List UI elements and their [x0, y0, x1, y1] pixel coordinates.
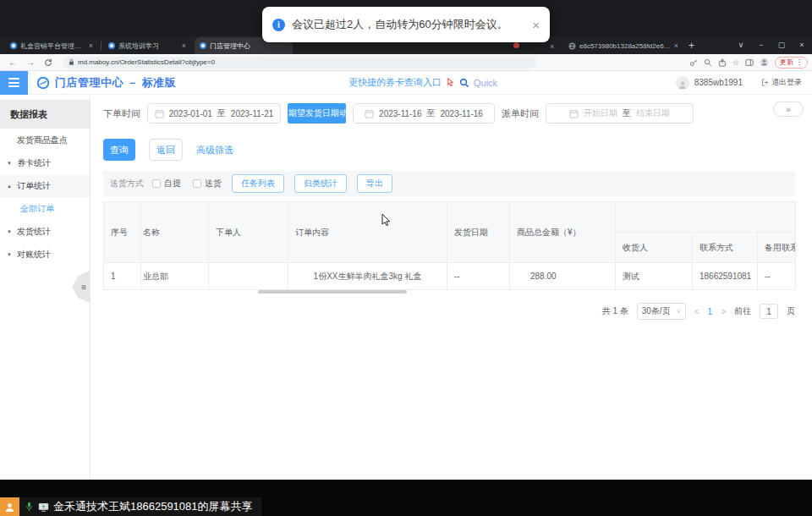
end-date-placeholder: 结束日期	[636, 107, 670, 119]
share-icon[interactable]	[718, 58, 727, 67]
hamburger-menu-button[interactable]	[0, 71, 28, 95]
tab-close-icon[interactable]: ×	[182, 41, 186, 50]
reload-icon[interactable]	[44, 58, 52, 67]
key-icon[interactable]	[689, 58, 698, 67]
column-header-content: 订单内容	[288, 202, 447, 263]
coupon-query-link[interactable]: 更快捷的券卡查询入口	[348, 76, 442, 89]
site-favicon	[10, 42, 17, 49]
range-separator: 至	[217, 107, 226, 119]
pickup-checkbox[interactable]	[152, 179, 161, 188]
bookmark-star-icon[interactable]: ☆	[732, 58, 739, 67]
column-header-group	[616, 202, 796, 233]
sidebar-section-title: 数据报表	[0, 100, 90, 129]
page-viewport: 门店管理中心 － 标准版 更快捷的券卡查询入口 Quick 8385wb1991…	[0, 71, 812, 480]
close-window-button[interactable]: ×	[792, 36, 812, 54]
current-page[interactable]: 1	[708, 307, 713, 316]
quick-search-icon[interactable]	[459, 78, 469, 88]
column-header-contact: 联系方式	[693, 233, 758, 263]
dispatch-date-range-input[interactable]: 开始日期 至 结束日期	[546, 103, 694, 124]
sidebar-item-inventory[interactable]: 发货商品盘点	[0, 129, 90, 151]
chevron-down-icon: ∨	[677, 308, 681, 315]
page-size-select[interactable]: 30条/页 ∨	[637, 303, 686, 320]
back-button[interactable]: 返回	[149, 139, 183, 161]
sidebar-collapse-handle[interactable]: ≡	[72, 271, 90, 303]
calendar-icon	[365, 109, 374, 118]
prev-page-button[interactable]: <	[694, 307, 700, 316]
share-status: 金禾通技术王斌18662591081的屏幕共享	[19, 497, 261, 516]
range-separator: 至	[623, 107, 631, 119]
sidebar-item-coupon-stats[interactable]: ▼ 券卡统计	[0, 151, 90, 174]
browser-tab-1[interactable]: 礼盒营销平台管理中心 ×	[5, 37, 98, 54]
browser-tab-2[interactable]: 系统培训学习 ×	[103, 37, 191, 54]
url-text: md.maboy.cn/OrderStatisticsDetail?objtyp…	[78, 58, 215, 66]
expected-date-range-input[interactable]: 2023-11-16 至 2023-11-16	[353, 103, 495, 124]
tab-label: 礼盒营销平台管理中心	[20, 41, 85, 51]
forward-button[interactable]: →	[26, 58, 35, 67]
classify-stats-button[interactable]: 归类统计	[294, 174, 347, 193]
app-body: 数据报表 发货商品盘点 ▼ 券卡统计 ▲ 订单统计 全部订单 ▼ 发货统计	[0, 95, 812, 480]
profile-icon[interactable]	[760, 58, 769, 67]
delivery-method-label: 送货方式	[110, 178, 144, 189]
start-date-value: 2023-11-16	[379, 109, 421, 118]
calendar-icon	[569, 109, 579, 118]
column-header-ship-date: 发货日期	[447, 202, 510, 263]
collapse-menu-icon: ≡	[81, 283, 86, 292]
goto-page-input[interactable]: 1	[760, 304, 778, 319]
cell-content: 1份XX生鲜羊肉礼盒3kg 礼盒	[288, 263, 447, 290]
screen-share-icon	[38, 502, 49, 512]
sidebar-item-shipping-stats[interactable]: ▼ 发货统计	[0, 220, 90, 243]
main-content: 下单时间 2023-01-01 至 2023-11-21 期望发货日期动态 20…	[91, 95, 812, 480]
pickup-label[interactable]: 自提	[164, 178, 181, 189]
next-page-button[interactable]: >	[721, 307, 726, 316]
back-button[interactable]: ←	[8, 58, 17, 67]
column-header-receiver: 收货人	[616, 233, 693, 263]
horizontal-scrollbar[interactable]	[258, 290, 407, 294]
sidebar-item-all-orders[interactable]: 全部订单	[0, 197, 90, 220]
order-date-range-input[interactable]: 2023-01-01 至 2023-11-21	[147, 103, 281, 124]
task-list-button[interactable]: 任务列表	[232, 174, 284, 193]
tab-separator	[101, 41, 102, 50]
pagination: 共 1 条 30条/页 ∨ < 1 > 前往 1 页	[602, 303, 795, 320]
delivery-label[interactable]: 送货	[205, 178, 222, 189]
logout-button[interactable]: 退出登录	[761, 77, 802, 88]
window-controls: ∨ − ▢ ×	[731, 36, 812, 54]
quick-label[interactable]: Quick	[474, 78, 497, 88]
chrome-menu-icon[interactable]: ⋮	[796, 58, 803, 66]
side-panel-icon[interactable]	[745, 58, 754, 67]
search-button[interactable]: 查询	[103, 139, 135, 161]
new-tab-button[interactable]: +	[689, 40, 694, 52]
info-icon: i	[272, 19, 285, 31]
site-favicon	[200, 42, 206, 49]
cell-buyer	[209, 263, 288, 290]
advanced-filter-link[interactable]: 高级筛选	[196, 144, 233, 156]
sidebar-item-order-stats[interactable]: ▲ 订单统计	[0, 174, 90, 197]
sharer-avatar-icon	[0, 497, 19, 516]
cell-alt-contact: --	[758, 263, 796, 290]
cell-receiver: 测试	[616, 263, 693, 290]
expand-filters-button[interactable]: »	[773, 102, 804, 117]
zoom-icon[interactable]	[704, 58, 712, 67]
sidebar-item-reconcile-stats[interactable]: ▼ 对账统计	[0, 243, 90, 266]
microphone-icon	[25, 502, 34, 512]
maximize-button[interactable]: ▢	[771, 36, 792, 54]
minimize-button[interactable]: −	[751, 36, 771, 54]
toast-close-icon[interactable]: ×	[532, 18, 540, 32]
sidebar-item-label: 全部订单	[20, 203, 54, 215]
chevron-up-icon: ▲	[7, 184, 14, 189]
browser-tab-hash[interactable]: e8c573980b1328a258fd2e618 ×	[563, 37, 683, 54]
export-button[interactable]: 导出	[357, 174, 392, 193]
sidebar-item-label: 发货统计	[17, 226, 51, 238]
tab-close-icon[interactable]: ×	[550, 42, 554, 51]
tab-close-icon[interactable]: ×	[89, 41, 93, 50]
sidebar-item-label: 对账统计	[17, 249, 51, 261]
tab-close-icon[interactable]: ×	[674, 41, 678, 50]
chrome-update-button[interactable]: 更新 ⋮	[775, 57, 808, 69]
start-date-value: 2023-01-01	[169, 109, 212, 118]
username: 8385wb1991	[694, 78, 743, 87]
quick-entry-area: 更快捷的券卡查询入口 Quick	[348, 76, 497, 89]
delivery-checkbox[interactable]	[193, 179, 201, 188]
tab-label: 系统培训学习	[118, 41, 178, 51]
tab-search-icon[interactable]: ∨	[731, 36, 751, 54]
url-bar[interactable]: md.maboy.cn/OrderStatisticsDetail?objtyp…	[63, 57, 536, 69]
expected-ship-date-button[interactable]: 期望发货日期动态	[288, 103, 346, 124]
